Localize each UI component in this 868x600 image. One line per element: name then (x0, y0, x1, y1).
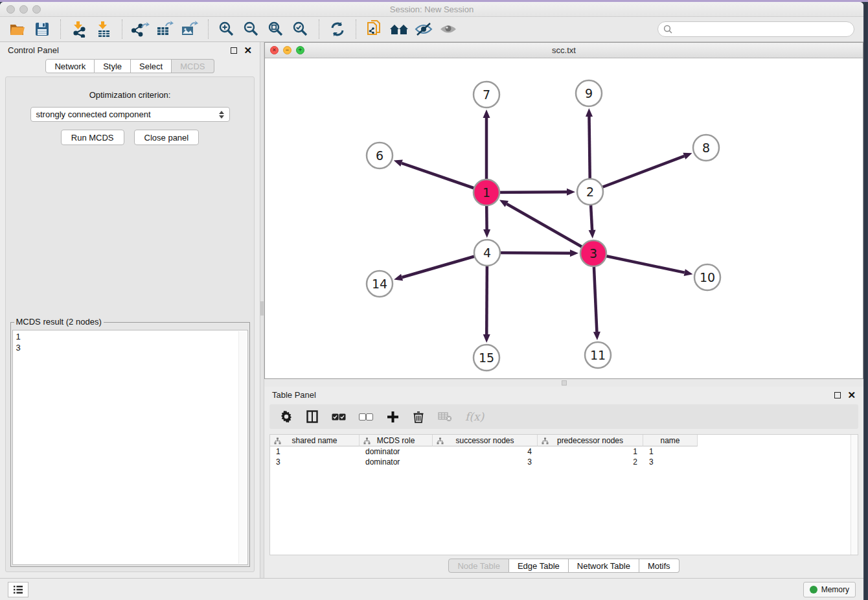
graph-edge[interactable] (507, 204, 593, 253)
table-options-gear-icon[interactable] (280, 409, 293, 424)
memory-button[interactable]: Memory (803, 582, 856, 597)
task-history-button[interactable] (8, 582, 29, 597)
criterion-selected-value: strongly connected component (36, 110, 151, 119)
delete-row-icon[interactable] (412, 409, 425, 424)
graph-node-label: 1 (483, 185, 490, 200)
select-all-checks-icon[interactable] (332, 409, 346, 424)
column-label: name (660, 436, 680, 445)
graph-edge-arrowhead (684, 269, 693, 276)
show-graphics-details-icon[interactable] (437, 19, 459, 40)
close-panel-icon[interactable]: ✕ (244, 47, 252, 54)
close-panel-button[interactable]: Close panel (134, 130, 200, 145)
float-panel-icon[interactable] (834, 392, 841, 398)
graph-node-label: 6 (376, 148, 383, 163)
cyndex-browse-icon[interactable] (388, 19, 410, 40)
tab-select[interactable]: Select (131, 59, 172, 73)
horizontal-splitter[interactable] (264, 379, 863, 387)
criterion-select[interactable]: strongly connected component (30, 107, 230, 122)
graph-edge-arrowhead (483, 229, 490, 238)
graph-node-label: 10 (700, 270, 715, 284)
list-icon (13, 585, 23, 594)
import-table-icon[interactable] (93, 19, 115, 40)
deselect-all-checks-icon[interactable] (359, 409, 373, 424)
cell-successor-nodes: 4 (433, 447, 538, 456)
tab-motifs[interactable]: Motifs (639, 559, 680, 573)
zoom-selected-icon[interactable] (290, 19, 312, 40)
control-panel: Control Panel ✕ Network Style Select MCD… (0, 42, 260, 578)
column-header-successor-nodes[interactable]: successor nodes (433, 435, 538, 446)
column-header-shared-name[interactable]: shared name (270, 435, 360, 446)
table-row[interactable]: 3 dominator 3 2 3 (270, 457, 858, 467)
graph-edge-arrowhead (683, 153, 692, 159)
select-stepper-icon (219, 111, 224, 119)
import-network-icon[interactable] (68, 19, 90, 40)
tab-network[interactable]: Network (45, 59, 95, 73)
table-row[interactable]: 1 dominator 4 1 1 (270, 446, 858, 457)
mcds-result-title: MCDS result (2 nodes) (14, 317, 104, 327)
memory-label: Memory (821, 585, 849, 594)
function-builder-icon[interactable]: f(x) (465, 409, 484, 424)
splitter-handle[interactable] (260, 301, 264, 316)
tab-style[interactable]: Style (95, 59, 131, 73)
delete-table-icon[interactable] (438, 409, 452, 424)
cell-predecessor-nodes: 2 (538, 457, 643, 467)
toolbar-separator (122, 19, 122, 39)
tab-node-table[interactable]: Node Table (448, 559, 509, 573)
open-network-file-icon[interactable] (363, 19, 385, 40)
splitter-handle[interactable] (562, 380, 567, 386)
graph-edge-arrowhead (394, 160, 403, 167)
column-sort-icon (437, 437, 444, 444)
column-header-predecessor-nodes[interactable]: predecessor nodes (538, 435, 643, 446)
table-panel-header: Table Panel ✕ (264, 387, 863, 403)
table-toolbar: f(x) (269, 404, 858, 429)
column-label: predecessor nodes (557, 436, 623, 445)
export-network-icon[interactable] (130, 19, 152, 40)
memory-status-icon (810, 586, 817, 594)
zoom-in-icon[interactable] (216, 19, 238, 40)
vertical-splitter[interactable] (260, 42, 264, 578)
column-label: shared name (291, 436, 337, 445)
zoom-fit-icon[interactable] (265, 19, 287, 40)
graph-node-label: 15 (479, 351, 494, 365)
toolbar-separator (356, 19, 356, 39)
graph-node-label: 3 (589, 246, 597, 260)
network-canvas[interactable]: 1234678910111415 (265, 58, 863, 378)
session-title: Session: New Session (0, 5, 863, 14)
save-session-icon[interactable] (31, 19, 53, 40)
column-sort-icon (274, 437, 281, 444)
control-panel-tabs: Network Style Select MCDS (0, 59, 260, 73)
mcds-result-list[interactable]: 1 3 (12, 330, 248, 565)
search-icon (663, 25, 672, 34)
open-session-icon[interactable] (6, 19, 29, 40)
node-table[interactable]: shared name MCDS role successor nodes (269, 434, 858, 555)
hide-graphics-details-icon[interactable] (413, 19, 435, 40)
cell-name: 3 (643, 457, 698, 467)
graph-edge-arrowhead (483, 110, 490, 118)
export-table-icon[interactable] (154, 19, 176, 40)
close-panel-icon[interactable]: ✕ (847, 392, 856, 398)
network-view-window: × − + scc.txt 1234678910111415 (264, 42, 863, 379)
tab-mcds[interactable]: MCDS (172, 59, 214, 73)
column-header-mcds-role[interactable]: MCDS role (360, 435, 433, 446)
table-header-row: shared name MCDS role successor nodes (270, 435, 858, 446)
graph-node-label: 14 (372, 277, 387, 291)
search-box[interactable] (657, 21, 854, 37)
graph-node-label: 9 (585, 86, 593, 100)
graph-edge[interactable] (593, 253, 685, 273)
tab-network-table[interactable]: Network Table (569, 559, 639, 573)
run-mcds-button[interactable]: Run MCDS (61, 130, 124, 145)
graph-edge-arrowhead (586, 108, 593, 117)
show-column-icon[interactable] (306, 409, 319, 424)
graph-edge[interactable] (590, 156, 684, 192)
add-row-icon[interactable] (386, 409, 399, 424)
search-input[interactable] (676, 24, 849, 35)
column-header-name[interactable]: name (643, 435, 698, 446)
float-panel-icon[interactable] (231, 47, 237, 54)
export-image-icon[interactable] (179, 19, 201, 40)
zoom-out-icon[interactable] (240, 19, 262, 40)
network-graph[interactable]: 1234678910111415 (265, 58, 863, 378)
status-bar: Memory (0, 578, 863, 600)
cell-successor-nodes: 3 (433, 457, 538, 467)
refresh-layout-icon[interactable] (326, 19, 348, 40)
tab-edge-table[interactable]: Edge Table (509, 559, 569, 573)
